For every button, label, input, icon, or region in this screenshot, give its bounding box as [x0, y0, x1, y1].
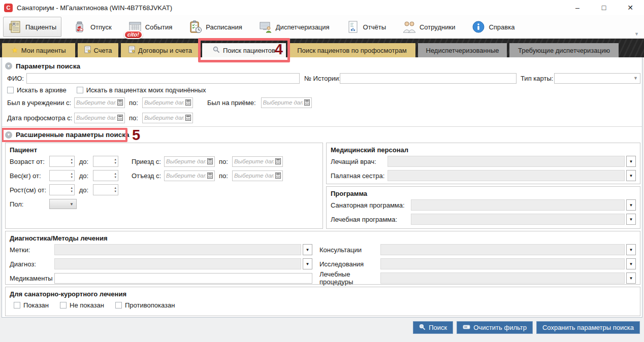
medical-program-dropdown-button[interactable]: ▼ [626, 214, 636, 225]
arrival-to-date[interactable]: Выберите дату [232, 156, 283, 167]
calendar-icon[interactable] [185, 99, 191, 106]
nurse-label: Палатная сестра: [331, 172, 388, 180]
sanatorium-program-dropdown-button[interactable]: ▼ [626, 199, 636, 211]
clipboard-clock-icon [188, 20, 203, 34]
calendar-icon[interactable] [275, 158, 281, 164]
calendar-icon[interactable] [207, 158, 213, 164]
cito-badge: cito! [124, 30, 143, 39]
calendar-icon[interactable] [117, 99, 123, 106]
to-label: по: [129, 114, 138, 122]
tab-undispatched[interactable]: Недиспетчеризованные [418, 43, 507, 57]
profexam-from-date[interactable]: Выберите дату [74, 113, 125, 123]
doctor-dropdown-button[interactable]: ▼ [626, 156, 636, 167]
subordinates-checkbox[interactable] [77, 87, 83, 93]
gender-combo[interactable]: ▼ [49, 199, 77, 209]
arrival-from-date[interactable]: Выберите дату [164, 156, 215, 167]
age-from-spinner[interactable]: ▲▼ [49, 156, 75, 167]
search-params-title: Параметры поиска [16, 62, 80, 70]
to-label: по: [219, 158, 228, 165]
dropdown-arrow-icon: ▼ [629, 276, 633, 281]
calendar-icon[interactable] [304, 99, 310, 106]
age-to-spinner[interactable]: ▲▼ [93, 156, 118, 167]
gender-label: Пол: [10, 200, 49, 208]
in-facility-from-date[interactable]: Выберите дату [74, 97, 125, 108]
minimize-button[interactable]: – [572, 4, 583, 12]
tab-label: Поиск пациентов [223, 47, 275, 54]
tab-profexam-search[interactable]: Поиск пациентов по профосмотрам [288, 43, 415, 57]
tab-patient-search[interactable]: Поиск пациентов 4 [202, 43, 286, 57]
tab-label: Требующие диспетчеризацию [518, 47, 610, 54]
profexam-to-date[interactable]: Выберите дату [142, 113, 193, 123]
tab-invoices[interactable]: Счета [78, 43, 118, 57]
dropdown-arrow-icon: ▼ [629, 159, 633, 164]
contraindicated-checkbox[interactable] [115, 302, 122, 309]
diagnosis-dropdown-button[interactable]: ▼ [303, 258, 312, 269]
history-number-input[interactable] [340, 73, 517, 84]
tab-label: Поиск пациентов по профосмотрам [297, 47, 407, 54]
fio-input[interactable] [26, 73, 300, 84]
tags-dropdown-button[interactable]: ▼ [303, 244, 312, 255]
maximize-button[interactable]: □ [598, 4, 609, 12]
indicated-checkbox[interactable] [14, 302, 20, 309]
toolbar-button-vacation[interactable]: Отпуск [69, 17, 116, 37]
collapse-icon[interactable]: ▾ [5, 131, 12, 139]
weight-to-spinner[interactable]: ▲▼ [93, 170, 118, 181]
card-type-combo[interactable]: ▼ [554, 73, 640, 84]
procedures-dropdown-button[interactable]: ▼ [626, 272, 636, 284]
departure-from-date[interactable]: Выберите дату [164, 170, 215, 181]
contraindicated-label: Противопоказан [125, 301, 175, 309]
spinner-up-icon: ▲ [114, 187, 117, 190]
not-indicated-checkbox[interactable] [60, 302, 67, 309]
calendar-icon[interactable] [275, 173, 281, 179]
departure-to-date[interactable]: Выберите дату [232, 170, 283, 181]
toolbar-button-reports[interactable]: Отчёты [341, 17, 391, 37]
toolbar-overflow-icon[interactable]: ▼ [634, 31, 639, 37]
tab-requiring-dispatch[interactable]: Требующие диспетчеризацию [509, 43, 619, 57]
toolbar-button-events[interactable]: cito! События [123, 17, 177, 37]
advanced-params-header[interactable]: ▾ Расширенные параметры поиска 5 [2, 126, 642, 143]
search-params-header[interactable]: ▾ Параметры поиска [2, 58, 642, 72]
procedures-field [380, 272, 625, 284]
studies-label: Исследования [319, 260, 380, 268]
clear-filter-button[interactable]: Очистить фильтр [457, 321, 533, 334]
program-groupbox: Программа Санаторная программа: ▼ Лечебн… [326, 186, 640, 229]
on-appointment-date[interactable]: Выберите дату [261, 97, 312, 108]
main-toolbar: Пациенты Отпуск cito! События Расписания [0, 15, 644, 39]
departure-from-label: Отъезд с: [132, 172, 164, 180]
studies-dropdown-button[interactable]: ▼ [626, 258, 636, 269]
height-from-spinner[interactable]: ▲▼ [49, 184, 75, 195]
doctor-label: Лечащий врач: [331, 158, 388, 165]
indicated-label: Показан [23, 301, 49, 309]
archive-checkbox[interactable] [7, 87, 14, 93]
calendar-icon[interactable] [185, 115, 191, 121]
calendar-icon[interactable] [207, 173, 213, 179]
toolbar-button-help[interactable]: Справка [467, 17, 519, 37]
to-label: до: [75, 186, 93, 194]
collapse-icon[interactable]: ▾ [5, 62, 12, 70]
calendar-icon[interactable] [117, 115, 123, 121]
patients-icon [8, 20, 22, 34]
toolbar-button-schedules[interactable]: Расписания [184, 17, 246, 37]
search-button[interactable]: Поиск [413, 321, 453, 334]
height-to-spinner[interactable]: ▲▼ [93, 184, 118, 195]
advanced-params-title: Расширенные параметры поиска [16, 131, 130, 139]
help-icon [471, 20, 486, 34]
save-search-params-button[interactable]: Сохранить параметры поиска [536, 321, 640, 334]
nurse-dropdown-button[interactable]: ▼ [626, 170, 636, 181]
toolbar-button-staff[interactable]: Сотрудники [398, 17, 460, 37]
close-button[interactable]: ✕ [625, 4, 636, 12]
dropdown-arrow-icon: ▼ [629, 203, 633, 208]
tab-contracts-invoices[interactable]: Договоры и счета [121, 43, 200, 57]
tab-my-patients[interactable]: ★ Мои пациенты [2, 43, 75, 57]
toolbar-button-dispatch[interactable]: Диспетчеризация [254, 17, 334, 37]
medications-input[interactable] [54, 273, 312, 284]
arrival-from-label: Приезд с: [132, 158, 164, 165]
consultations-dropdown-button[interactable]: ▼ [626, 244, 636, 255]
weight-from-spinner[interactable]: ▲▼ [49, 170, 75, 181]
app-logo-icon: C [4, 4, 13, 12]
spa-treatment-title: Для санаторно-курортного лечения [10, 289, 636, 299]
tab-label: Договоры и счета [138, 47, 192, 54]
in-facility-to-date[interactable]: Выберите дату [142, 97, 193, 108]
tab-label: Мои пациенты [21, 47, 66, 54]
toolbar-button-patients[interactable]: Пациенты [3, 17, 61, 37]
